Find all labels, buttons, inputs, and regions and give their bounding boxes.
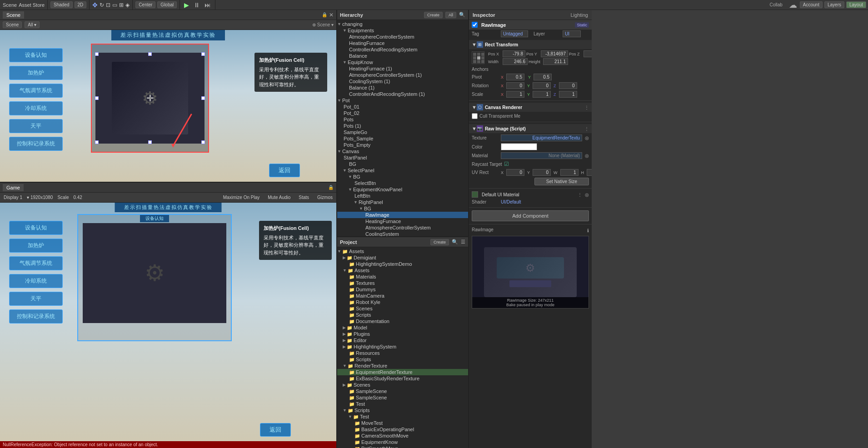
handle-tr[interactable] bbox=[201, 52, 205, 56]
scene-tab-btn[interactable]: Scene bbox=[3, 11, 24, 19]
hierarchy-create-btn[interactable]: Create bbox=[424, 12, 443, 18]
add-component-btn[interactable]: Add Component bbox=[472, 210, 589, 221]
project-search-icon[interactable]: 🔍 bbox=[452, 239, 458, 245]
project-create-btn[interactable]: Create bbox=[430, 239, 449, 245]
project-tree-item[interactable]: 📁MoveTest bbox=[337, 420, 468, 426]
project-tree-item[interactable]: 📁ExBasicStudyRenderTexture bbox=[337, 375, 468, 382]
uv-w-field[interactable] bbox=[560, 169, 579, 176]
project-tree-item[interactable]: ▶📁Model bbox=[337, 324, 468, 331]
uv-x-field[interactable] bbox=[506, 169, 524, 176]
hierarchy-tree-item[interactable]: CoolingSystem (1) bbox=[337, 78, 468, 85]
inspector-title[interactable]: Inspector bbox=[473, 12, 495, 18]
hierarchy-tree-item[interactable]: ▼EquipKnow bbox=[337, 59, 468, 65]
hierarchy-tree-item[interactable]: HeatingFurnace bbox=[337, 218, 468, 224]
color-swatch[interactable] bbox=[501, 143, 537, 150]
hierarchy-tree-item[interactable]: ▼BG bbox=[337, 174, 468, 180]
project-tree-item[interactable]: ▼📁Assets bbox=[337, 267, 468, 274]
material-value[interactable]: None (Material) bbox=[501, 152, 582, 159]
project-tree-item[interactable]: 📁Materials bbox=[337, 274, 468, 280]
close-icon[interactable]: ✕ bbox=[329, 12, 334, 18]
rot-y-field[interactable] bbox=[533, 82, 551, 89]
global-btn[interactable]: Global bbox=[157, 1, 177, 8]
gizmos-btn[interactable]: Scene bbox=[3, 21, 22, 28]
game-btn-0[interactable]: 设备认知 bbox=[9, 221, 63, 235]
project-tree-item[interactable]: ▼📁RenderTexture bbox=[337, 363, 468, 369]
raw-image-menu[interactable]: ⋮ bbox=[584, 126, 589, 131]
project-tree-item[interactable]: 📁Robot Kyle bbox=[337, 299, 468, 305]
active-checkbox[interactable] bbox=[472, 22, 478, 28]
project-tree-item[interactable]: 📁MainCamera bbox=[337, 293, 468, 299]
project-tree-item[interactable]: ▶📁Scenes bbox=[337, 382, 468, 388]
hierarchy-tree-item[interactable]: LeftBtn bbox=[337, 193, 468, 199]
set-native-btn[interactable]: Set Native Size bbox=[534, 178, 589, 185]
rot-z-field[interactable] bbox=[559, 82, 577, 89]
project-tree-item[interactable]: 📁SampleScene bbox=[337, 394, 468, 401]
project-tree-item[interactable]: 📁Documentation bbox=[337, 318, 468, 324]
material-target-icon[interactable]: ◎ bbox=[585, 153, 589, 158]
project-tree-item[interactable]: 📁Scripts bbox=[337, 312, 468, 318]
custom-tool-icon[interactable]: ◈ bbox=[125, 2, 130, 8]
handle-bm[interactable] bbox=[148, 140, 152, 144]
project-tree-item[interactable]: ▶📁Editor bbox=[337, 337, 468, 343]
hierarchy-tree-item[interactable]: Balance bbox=[337, 53, 468, 59]
game-btn-4[interactable]: 天平 bbox=[9, 292, 63, 306]
project-tree-item[interactable]: 📁Scripts bbox=[337, 356, 468, 363]
project-tree-item[interactable]: ▶📁HighlightingSystem bbox=[337, 343, 468, 350]
hierarchy-tree-item[interactable]: Balance (1) bbox=[337, 85, 468, 91]
scale-x-field[interactable] bbox=[506, 91, 524, 98]
scale-y-field[interactable] bbox=[533, 91, 551, 98]
scene-btn-2[interactable]: 气氛调节系统 bbox=[9, 84, 63, 98]
hierarchy-tree-item[interactable]: SampleGo bbox=[337, 129, 468, 135]
project-tree-item[interactable]: ▶📁Plugins bbox=[337, 331, 468, 337]
scene-btn-5[interactable]: 控制和记录系统 bbox=[9, 137, 63, 151]
texture-target-icon[interactable]: ◎ bbox=[585, 135, 589, 140]
shader-value[interactable]: UI/Default bbox=[501, 199, 521, 204]
handle-ml[interactable] bbox=[95, 96, 99, 100]
lighting-btn[interactable]: Lighting bbox=[570, 12, 588, 18]
width-field[interactable] bbox=[503, 58, 528, 65]
handle-mr[interactable] bbox=[201, 96, 205, 100]
maximize-label[interactable]: Maximize On Play bbox=[223, 195, 260, 200]
project-tree-item[interactable]: ▼📁Scripts bbox=[337, 407, 468, 413]
hierarchy-tree-item[interactable]: BG bbox=[337, 161, 468, 167]
rotate-tool-icon[interactable]: ↻ bbox=[100, 2, 104, 8]
hierarchy-tree-item[interactable]: ControllerAndRecodingSystem bbox=[337, 46, 468, 53]
scene-tab[interactable]: Scene bbox=[3, 2, 17, 8]
game-btn-3[interactable]: 冷却系统 bbox=[9, 274, 63, 288]
project-tree-item[interactable]: 📁Textures bbox=[337, 280, 468, 286]
default-material-menu[interactable]: ⋮ bbox=[578, 192, 582, 197]
project-tree-item[interactable]: 📁Test bbox=[337, 401, 468, 407]
hierarchy-tree-item[interactable]: StartPanel bbox=[337, 154, 468, 161]
hierarchy-tree-item[interactable]: HeatingFurnace bbox=[337, 40, 468, 46]
object-name[interactable]: RawImage bbox=[481, 22, 573, 28]
hierarchy-search-icon[interactable]: 🔍 bbox=[459, 12, 465, 18]
uv-y-field[interactable] bbox=[533, 169, 551, 176]
game-btn-2[interactable]: 气氛调节系统 bbox=[9, 256, 63, 270]
game-btn-5[interactable]: 控制和记录系统 bbox=[9, 309, 63, 324]
hierarchy-tree-item[interactable]: Pot_01 bbox=[337, 104, 468, 110]
hierarchy-tree-item[interactable]: Pots_Sample bbox=[337, 135, 468, 142]
project-tree-item[interactable]: 📁Resources bbox=[337, 350, 468, 356]
pos-x-field[interactable] bbox=[503, 50, 525, 57]
game-back-btn[interactable]: 返回 bbox=[260, 423, 291, 437]
hierarchy-tree-item[interactable]: Pots bbox=[337, 116, 468, 123]
hierarchy-tree-item[interactable]: ▼Pot bbox=[337, 97, 468, 104]
texture-value[interactable]: EquipmentRenderTextu bbox=[501, 134, 582, 141]
hierarchy-tree-item[interactable]: Pots_Empty bbox=[337, 142, 468, 148]
hierarchy-tree-item[interactable]: CoolingSystem bbox=[337, 231, 468, 236]
scene-btn-0[interactable]: 设备认知 bbox=[9, 48, 63, 62]
scene-btn-3[interactable]: 冷却系统 bbox=[9, 101, 63, 115]
hierarchy-tree-item[interactable]: AtmosphereControllerSystem (1) bbox=[337, 72, 468, 78]
scene-back-btn[interactable]: 返回 bbox=[269, 164, 300, 177]
game-btn-1[interactable]: 加热炉 bbox=[9, 239, 63, 253]
shaded-btn[interactable]: Shaded bbox=[50, 1, 72, 8]
scale-z-field[interactable] bbox=[559, 91, 577, 98]
pos-z-field[interactable] bbox=[584, 50, 592, 57]
asset-store-tab[interactable]: Asset Store bbox=[19, 2, 45, 8]
hierarchy-tree-item[interactable]: ▼changing bbox=[337, 21, 468, 27]
project-tree-item[interactable]: 📁PotSmoothMove bbox=[337, 445, 468, 448]
2d-btn[interactable]: 2D bbox=[75, 1, 87, 8]
layer-value[interactable]: UI bbox=[563, 30, 581, 37]
handle-bl[interactable] bbox=[95, 140, 99, 144]
hierarchy-tree-item[interactable]: RawImage bbox=[337, 212, 468, 218]
